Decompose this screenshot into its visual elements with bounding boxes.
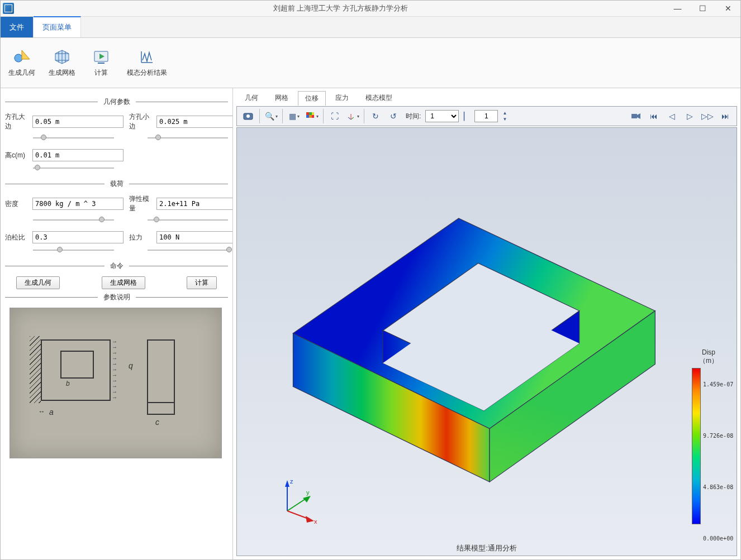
viewport[interactable]: Disp （m） 1.459e-07 9.726e-08 4.863e-08 0… bbox=[236, 127, 737, 556]
record-button[interactable] bbox=[628, 108, 644, 124]
svg-rect-10 bbox=[306, 115, 309, 118]
elastic-label: 弹性模量 bbox=[129, 194, 154, 213]
window-title: 刘超前 上海理工大学 方孔方板静力学分析 bbox=[16, 3, 665, 13]
svg-rect-8 bbox=[309, 112, 312, 115]
big-edge-slider[interactable] bbox=[33, 132, 114, 143]
section-commands: 命令 bbox=[5, 261, 228, 271]
legend-min: 0.000e+00 bbox=[703, 535, 733, 542]
titlebar: 刘超前 上海理工大学 方孔方板静力学分析 — ☐ ✕ bbox=[1, 1, 740, 17]
result-tabs: 几何 网格 位移 应力 模态模型 bbox=[233, 88, 740, 105]
color-legend: Disp （m） 1.459e-07 9.726e-08 4.863e-08 0… bbox=[686, 348, 731, 524]
svg-rect-12 bbox=[312, 115, 314, 118]
rotate-cw-button[interactable]: ↻ bbox=[368, 108, 383, 124]
viewport-footer: 结果模型:通用分析 bbox=[237, 543, 737, 553]
small-edge-label: 方孔小边 bbox=[129, 112, 154, 131]
legend-title: Disp （m） bbox=[686, 348, 731, 366]
play-button[interactable]: ▷ bbox=[682, 108, 697, 124]
compute-button[interactable]: 计算 bbox=[187, 276, 217, 289]
view-cube-button[interactable]: ▦ bbox=[286, 108, 302, 124]
menu-tabs: 文件 页面菜单 bbox=[1, 17, 740, 38]
frame-up-button[interactable]: ▲ bbox=[500, 110, 509, 116]
ribbon: 生成几何 生成网格 计算 模态分析结果 bbox=[1, 38, 740, 88]
modal-icon bbox=[138, 48, 156, 66]
force-input[interactable] bbox=[156, 231, 232, 243]
density-slider[interactable] bbox=[33, 214, 114, 226]
prev-frame-button[interactable]: ◁ bbox=[664, 108, 680, 124]
height-c-label: 高c(m) bbox=[5, 151, 30, 160]
window-buttons: — ☐ ✕ bbox=[665, 1, 740, 17]
ribbon-modal-results[interactable]: 模态分析结果 bbox=[122, 47, 172, 79]
tab-page-menu[interactable]: 页面菜单 bbox=[34, 16, 81, 37]
first-frame-button[interactable]: ⏮ bbox=[646, 108, 662, 124]
axis-y-label: y bbox=[306, 489, 310, 496]
small-edge-slider[interactable] bbox=[148, 132, 229, 143]
frame-down-button[interactable]: ▼ bbox=[500, 116, 509, 122]
big-edge-input[interactable] bbox=[32, 116, 124, 128]
gen-geom-button[interactable]: 生成几何 bbox=[16, 276, 60, 289]
elastic-slider[interactable] bbox=[148, 214, 229, 226]
svg-line-17 bbox=[287, 498, 307, 511]
poisson-input[interactable] bbox=[32, 231, 124, 243]
frame-input[interactable] bbox=[474, 110, 498, 122]
app-logo-icon bbox=[3, 3, 14, 14]
tab-displacement[interactable]: 位移 bbox=[298, 91, 326, 106]
small-edge-input[interactable] bbox=[156, 116, 232, 128]
section-param-desc: 参数说明 bbox=[5, 293, 228, 302]
fit-view-button[interactable]: ⛶ bbox=[327, 108, 343, 124]
tab-mesh[interactable]: 网格 bbox=[268, 90, 296, 105]
last-frame-button[interactable]: ⏭ bbox=[718, 108, 733, 124]
zoom-flash-button[interactable]: 🔍 bbox=[263, 108, 279, 124]
mesh-icon bbox=[53, 48, 71, 66]
svg-marker-20 bbox=[306, 516, 314, 523]
tab-stress[interactable]: 应力 bbox=[328, 90, 356, 105]
main-panel: 几何 网格 位移 应力 模态模型 🔍 ▦ ⛶ ↻ ↺ 时间: 1 ▏ ▲▼ bbox=[232, 88, 740, 559]
ribbon-gen-geom-label: 生成几何 bbox=[8, 68, 35, 78]
side-panel: 几何参数 方孔大边 方孔小边 高c(m) 载荷 密度 弹性模量 泊松比 bbox=[1, 88, 232, 559]
svg-rect-13 bbox=[631, 114, 637, 118]
rotate-ccw-button[interactable]: ↺ bbox=[386, 108, 401, 124]
step-bar-icon[interactable]: ▏ bbox=[461, 108, 472, 124]
svg-rect-7 bbox=[306, 112, 309, 115]
svg-point-6 bbox=[246, 114, 250, 118]
tab-modal[interactable]: 模态模型 bbox=[358, 90, 400, 105]
view-rubik-button[interactable] bbox=[304, 108, 320, 124]
content: 几何参数 方孔大边 方孔小边 高c(m) 载荷 密度 弹性模量 泊松比 bbox=[1, 88, 740, 559]
axes-view-button[interactable] bbox=[345, 108, 360, 124]
poisson-label: 泊松比 bbox=[5, 233, 30, 242]
axes-triad: z y x bbox=[276, 475, 326, 525]
compute-icon bbox=[92, 48, 110, 66]
density-input[interactable] bbox=[32, 198, 124, 210]
svg-rect-3 bbox=[98, 63, 104, 64]
svg-point-0 bbox=[15, 54, 22, 62]
poisson-slider[interactable] bbox=[33, 245, 114, 256]
time-select[interactable]: 1 bbox=[425, 110, 459, 122]
maximize-button[interactable]: ☐ bbox=[690, 1, 715, 17]
svg-marker-16 bbox=[285, 480, 289, 487]
gen-mesh-button[interactable]: 生成网格 bbox=[102, 276, 145, 289]
section-geom-params-label: 几何参数 bbox=[98, 97, 136, 107]
minimize-button[interactable]: — bbox=[665, 1, 690, 17]
height-c-input[interactable] bbox=[32, 149, 124, 161]
svg-rect-11 bbox=[309, 115, 312, 118]
param-diagram: qab c bbox=[10, 308, 222, 458]
force-slider[interactable] bbox=[148, 245, 229, 256]
next-frame-button[interactable]: ▷▷ bbox=[700, 108, 715, 124]
tab-geometry[interactable]: 几何 bbox=[238, 90, 265, 105]
legend-mid2: 4.863e-08 bbox=[703, 484, 733, 490]
ribbon-gen-mesh[interactable]: 生成网格 bbox=[44, 47, 80, 79]
ribbon-modal-results-label: 模态分析结果 bbox=[127, 68, 167, 78]
ribbon-gen-geom[interactable]: 生成几何 bbox=[4, 47, 40, 79]
big-edge-label: 方孔大边 bbox=[5, 112, 30, 131]
elastic-input[interactable] bbox=[156, 198, 232, 210]
svg-marker-18 bbox=[303, 496, 311, 502]
section-load: 载荷 bbox=[5, 179, 228, 189]
svg-marker-14 bbox=[637, 113, 640, 119]
snapshot-button[interactable] bbox=[240, 108, 256, 124]
section-param-desc-label: 参数说明 bbox=[98, 293, 136, 302]
ribbon-compute[interactable]: 计算 bbox=[84, 47, 118, 79]
close-button[interactable]: ✕ bbox=[715, 1, 740, 17]
tab-file[interactable]: 文件 bbox=[1, 17, 34, 37]
geometry-icon bbox=[13, 48, 31, 66]
legend-bar bbox=[692, 368, 701, 524]
height-c-slider[interactable] bbox=[33, 162, 114, 174]
